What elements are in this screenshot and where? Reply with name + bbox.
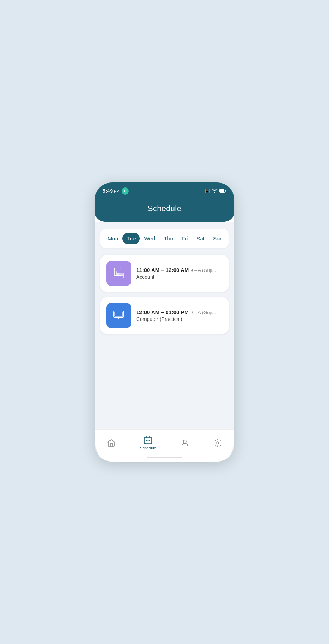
svg-text:$: $	[116, 270, 117, 273]
nav-schedule[interactable]: Schedule	[134, 434, 162, 452]
svg-point-13	[122, 277, 123, 277]
day-btn-fri[interactable]: Fri	[177, 233, 192, 244]
computer-card-info: 12:00 AM – 01:00 PM 9 – A (Gujr... Compu…	[136, 309, 223, 322]
settings-icon	[213, 439, 222, 447]
vibrate-icon: 📳	[205, 189, 210, 194]
profile-icon	[181, 439, 189, 447]
svg-point-9	[121, 275, 122, 276]
battery-icon	[219, 189, 226, 194]
svg-rect-7	[120, 274, 123, 275]
computer-subject: Computer (Practical)	[136, 316, 223, 322]
status-bar: 5:49 PM P 📳	[95, 182, 234, 198]
avatar-label: P	[124, 189, 126, 193]
svg-point-24	[149, 440, 150, 441]
home-icon	[107, 439, 116, 447]
app-header: Schedule	[95, 198, 234, 222]
day-btn-sat[interactable]: Sat	[192, 233, 209, 244]
day-btn-thu[interactable]: Thu	[159, 233, 177, 244]
svg-point-8	[120, 275, 121, 276]
svg-point-23	[147, 440, 148, 441]
day-btn-sun[interactable]: Sun	[209, 233, 227, 244]
schedule-nav-icon	[143, 435, 153, 445]
account-icon-bg: $	[106, 261, 131, 286]
schedule-nav-label: Schedule	[140, 446, 156, 450]
account-icon: $	[112, 267, 126, 280]
main-content: Mon Tue Wed Thu Fri Sat Sun $	[95, 222, 234, 429]
status-left: 5:49 PM P	[103, 187, 129, 195]
day-btn-mon[interactable]: Mon	[103, 233, 122, 244]
nav-home[interactable]	[101, 437, 121, 449]
account-card-info: 11:00 AM – 12:00 AM 9 – A (Gujr... Accou…	[136, 267, 223, 280]
header-title: Schedule	[148, 204, 181, 213]
computer-icon	[112, 309, 126, 322]
svg-point-12	[121, 277, 122, 277]
wifi-icon	[212, 189, 217, 194]
day-btn-wed[interactable]: Wed	[140, 233, 159, 244]
account-time: 11:00 AM – 12:00 AM 9 – A (Gujr...	[136, 267, 223, 273]
computer-time: 12:00 AM – 01:00 PM 9 – A (Gujr...	[136, 309, 223, 315]
status-icons: 📳	[205, 189, 226, 194]
account-subject: Account	[136, 274, 223, 280]
phone-shell: 5:49 PM P 📳	[95, 182, 234, 462]
svg-point-25	[183, 440, 186, 443]
svg-rect-15	[115, 312, 123, 316]
nav-profile[interactable]	[175, 437, 195, 449]
svg-point-22	[146, 440, 147, 441]
svg-point-26	[217, 442, 219, 444]
time-suffix: PM	[114, 190, 119, 194]
status-time: 5:49 PM	[103, 188, 119, 194]
home-bar-line	[147, 457, 182, 458]
schedule-card-account[interactable]: $ 11:00 AM – 12:00 AM 9 – A	[100, 255, 229, 292]
time-value: 5:49	[103, 188, 113, 194]
computer-icon-bg	[106, 303, 131, 328]
svg-point-10	[122, 275, 123, 276]
schedule-card-computer[interactable]: 12:00 AM – 01:00 PM 9 – A (Gujr... Compu…	[100, 297, 229, 334]
status-avatar: P	[122, 187, 129, 195]
nav-settings[interactable]	[208, 437, 228, 449]
bottom-nav: Schedule	[95, 429, 234, 454]
svg-rect-1	[220, 189, 224, 192]
day-selector: Mon Tue Wed Thu Fri Sat Sun	[100, 229, 229, 248]
day-btn-tue[interactable]: Tue	[122, 233, 140, 244]
home-gesture-bar	[95, 454, 234, 462]
svg-point-11	[120, 277, 121, 277]
